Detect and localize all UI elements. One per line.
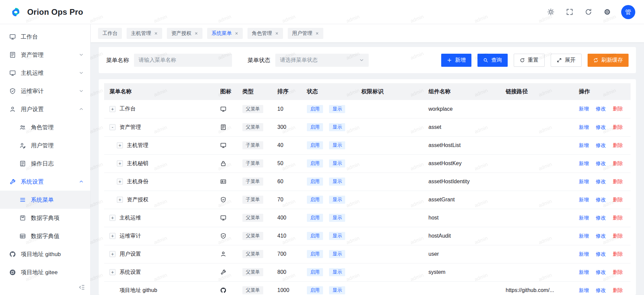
expand-toggle[interactable]: + xyxy=(117,179,123,185)
row-delete-link[interactable]: 删除 xyxy=(613,197,623,202)
menu-name: 运维审计 xyxy=(120,233,141,240)
add-button[interactable]: 新增 xyxy=(441,54,471,67)
row-add-link[interactable]: 新增 xyxy=(579,160,589,166)
sidebar-item-label: 用户管理 xyxy=(31,142,54,149)
sidebar-item-system-settings[interactable]: 系统设置 xyxy=(0,173,90,191)
menu-name: 项目地址 github xyxy=(120,287,157,294)
expand-toggle[interactable]: + xyxy=(109,106,116,112)
row-edit-link[interactable]: 修改 xyxy=(596,106,606,111)
row-delete-link[interactable]: 删除 xyxy=(613,142,623,148)
close-icon[interactable] xyxy=(154,32,158,35)
menu-status-select[interactable]: 请选择菜单状态 xyxy=(275,54,369,67)
tab-label: 资产授权 xyxy=(171,30,191,37)
chevron-down-icon xyxy=(79,70,84,75)
sidebar-item-operation-log[interactable]: 操作日志 xyxy=(0,154,90,173)
row-delete-link[interactable]: 删除 xyxy=(613,160,623,166)
status-badge-enabled: 启用 xyxy=(307,268,323,276)
theme-toggle-button[interactable] xyxy=(544,5,557,19)
reset-button[interactable]: 重置 xyxy=(514,54,545,67)
expand-toggle[interactable]: + xyxy=(109,215,116,221)
refresh-cache-button[interactable]: 刷新缓存 xyxy=(588,54,629,67)
row-delete-link[interactable]: 删除 xyxy=(613,269,623,275)
close-icon[interactable] xyxy=(235,32,238,35)
expand-toggle[interactable]: + xyxy=(117,197,123,203)
close-icon[interactable] xyxy=(194,32,198,35)
row-delete-link[interactable]: 删除 xyxy=(613,287,623,293)
column-header-icon: 图标 xyxy=(215,83,237,100)
expand-toggle[interactable]: + xyxy=(109,251,116,257)
sidebar-item-ops-audit[interactable]: 运维审计 xyxy=(0,82,90,100)
row-edit-link[interactable]: 修改 xyxy=(596,251,606,257)
row-edit-link[interactable]: 修改 xyxy=(596,179,606,184)
expand-toggle[interactable]: + xyxy=(109,269,116,275)
row-delete-link[interactable]: 删除 xyxy=(613,215,623,220)
sidebar-item-asset-management[interactable]: 资产管理 xyxy=(0,46,90,64)
expand-toggle[interactable]: + xyxy=(117,160,123,166)
tab-user-management[interactable]: 用户管理 xyxy=(288,28,323,39)
row-edit-link[interactable]: 修改 xyxy=(596,124,606,130)
sidebar-item-user-settings[interactable]: 用户设置 xyxy=(0,100,90,118)
tab-workbench[interactable]: 工作台 xyxy=(98,28,122,39)
sidebar-item-dict-values[interactable]: 数据字典值 xyxy=(0,227,90,245)
sidebar-item-user-management[interactable]: 用户管理 xyxy=(0,136,90,154)
row-add-link[interactable]: 新增 xyxy=(579,269,589,275)
status-badge-visible: 显示 xyxy=(329,105,345,113)
tab-label: 角色管理 xyxy=(252,30,272,37)
audit-shield-icon xyxy=(9,88,16,94)
tab-label: 系统菜单 xyxy=(212,30,232,37)
tab-host-management[interactable]: 主机管理 xyxy=(127,28,162,39)
expand-toggle[interactable]: + xyxy=(109,233,116,239)
row-edit-link[interactable]: 修改 xyxy=(596,269,606,275)
avatar[interactable]: 管 xyxy=(621,5,635,19)
row-add-link[interactable]: 新增 xyxy=(579,251,589,257)
page-reload-button[interactable] xyxy=(582,5,595,19)
row-delete-link[interactable]: 删除 xyxy=(613,251,623,257)
table-row: + 工作台 父菜单 10 启用 显示 workplace xyxy=(104,100,631,118)
status-badge-visible: 显示 xyxy=(329,214,345,222)
row-delete-link[interactable]: 删除 xyxy=(613,124,623,130)
row-add-link[interactable]: 新增 xyxy=(579,106,589,111)
row-add-link[interactable]: 新增 xyxy=(579,142,589,148)
row-edit-link[interactable]: 修改 xyxy=(596,233,606,239)
app-logo[interactable]: Orion Ops Pro xyxy=(9,5,83,19)
row-delete-link[interactable]: 删除 xyxy=(613,179,623,184)
collapse-toggle[interactable]: - xyxy=(109,124,116,130)
row-delete-link[interactable]: 删除 xyxy=(613,233,623,239)
row-add-link[interactable]: 新增 xyxy=(579,215,589,220)
sidebar-item-role-management[interactable]: 角色管理 xyxy=(0,118,90,136)
close-icon[interactable] xyxy=(275,32,279,35)
expand-button[interactable]: 展开 xyxy=(551,54,582,67)
row-add-link[interactable]: 新增 xyxy=(579,124,589,130)
row-add-link[interactable]: 新增 xyxy=(579,179,589,184)
tab-asset-grant[interactable]: 资产授权 xyxy=(167,28,202,39)
status-badge-enabled: 启用 xyxy=(307,214,323,222)
sidebar-item-dict-keys[interactable]: 数据字典项 xyxy=(0,209,90,227)
close-icon[interactable] xyxy=(315,32,319,35)
row-edit-link[interactable]: 修改 xyxy=(596,142,606,148)
sidebar-item-workbench[interactable]: 工作台 xyxy=(0,28,90,46)
settings-button[interactable] xyxy=(600,5,614,19)
row-edit-link[interactable]: 修改 xyxy=(596,215,606,220)
row-add-link[interactable]: 新增 xyxy=(579,287,589,293)
row-edit-link[interactable]: 修改 xyxy=(596,287,606,293)
row-add-link[interactable]: 新增 xyxy=(579,197,589,202)
column-header-component: 组件名称 xyxy=(423,83,500,100)
tab-role-management[interactable]: 角色管理 xyxy=(247,28,283,39)
sidebar-item-system-menu[interactable]: 系统菜单 xyxy=(0,191,90,209)
row-edit-link[interactable]: 修改 xyxy=(596,160,606,166)
row-add-link[interactable]: 新增 xyxy=(579,233,589,239)
sidebar-collapse-button[interactable] xyxy=(78,284,86,291)
status-badge-visible: 显示 xyxy=(329,250,345,258)
expand-toggle[interactable]: + xyxy=(117,142,123,148)
tab-system-menu[interactable]: 系统菜单 xyxy=(207,28,243,39)
status-badge-visible: 显示 xyxy=(329,159,345,167)
fullscreen-button[interactable] xyxy=(563,5,576,19)
row-delete-link[interactable]: 删除 xyxy=(613,106,623,111)
sidebar-item-github[interactable]: 项目地址 github xyxy=(0,245,90,263)
row-edit-link[interactable]: 修改 xyxy=(596,197,606,202)
sidebar-item-label: 数据字典项 xyxy=(31,214,59,222)
search-button[interactable]: 查询 xyxy=(477,54,508,67)
menu-name-input[interactable] xyxy=(134,54,232,67)
sidebar-item-gitee[interactable]: 项目地址 gitee xyxy=(0,263,90,281)
sidebar-item-host-ops[interactable]: 主机运维 xyxy=(0,64,90,82)
